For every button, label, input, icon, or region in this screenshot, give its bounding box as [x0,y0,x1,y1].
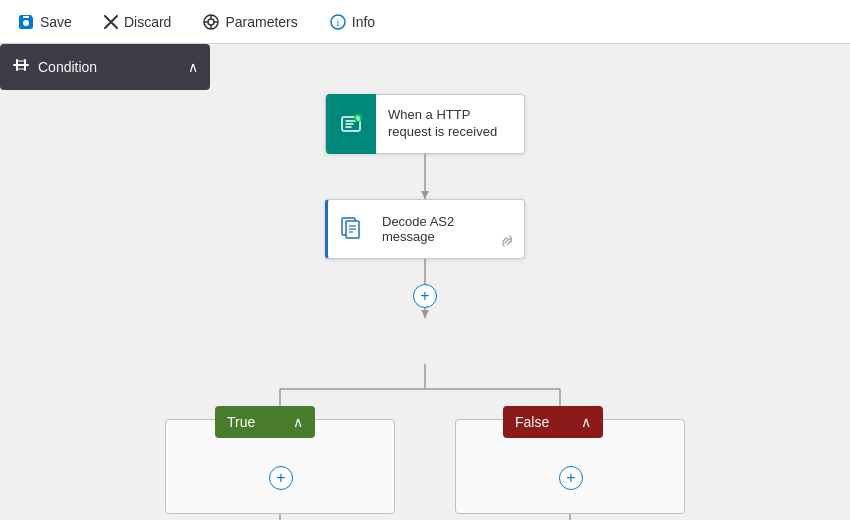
svg-rect-30 [16,59,18,71]
toolbar: Save Discard Parameters i Info [0,0,850,44]
http-trigger-icon: ↯ [326,94,376,154]
svg-rect-31 [24,59,26,71]
condition-node[interactable]: Condition ∧ [0,44,210,90]
link-icon [490,228,524,258]
svg-point-1 [208,19,214,25]
false-label: False [515,414,549,430]
parameters-label: Parameters [225,14,297,30]
condition-left: Condition [12,56,97,78]
decode-as2-label: Decode AS2 message [374,214,490,244]
parameters-button[interactable]: Parameters [197,10,303,34]
save-button[interactable]: Save [12,10,78,34]
add-between-decode-condition[interactable]: + [413,284,437,308]
parameters-icon [203,14,219,30]
svg-marker-9 [421,191,429,199]
true-branch-button[interactable]: True ∧ [215,406,315,438]
true-chevron-icon: ∧ [293,414,303,430]
add-in-false-branch[interactable]: + [559,466,583,490]
add-in-true-branch[interactable]: + [269,466,293,490]
svg-text:i: i [336,17,339,28]
discard-button[interactable]: Discard [98,10,177,34]
discard-icon [104,15,118,29]
false-chevron-icon: ∧ [581,414,591,430]
info-label: Info [352,14,375,30]
info-button[interactable]: i Info [324,10,381,34]
svg-text:↯: ↯ [355,115,361,122]
decode-as2-node[interactable]: Decode AS2 message [325,199,525,259]
false-branch-button[interactable]: False ∧ [503,406,603,438]
http-trigger-node[interactable]: ↯ When a HTTP request is received [325,94,525,154]
condition-icon [12,56,30,78]
flow-canvas: ↯ When a HTTP request is received Decode… [0,44,850,520]
true-label: True [227,414,255,430]
info-icon: i [330,14,346,30]
svg-marker-12 [421,310,429,318]
http-trigger-label: When a HTTP request is received [376,107,524,141]
decode-icon [328,200,374,258]
discard-label: Discard [124,14,171,30]
save-icon [18,14,34,30]
condition-label: Condition [38,59,97,75]
svg-rect-29 [13,64,29,66]
save-label: Save [40,14,72,30]
condition-collapse-icon[interactable]: ∧ [188,59,198,75]
